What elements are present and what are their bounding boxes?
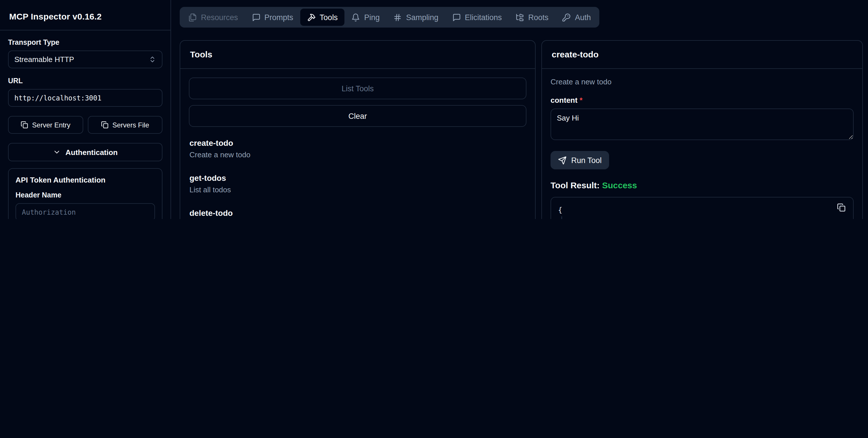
message-square-icon [452,13,461,22]
authentication-toggle[interactable]: Authentication [8,143,162,161]
tool-name: delete-todo [189,208,526,218]
tab-resources[interactable]: Resources [181,9,245,26]
tab-elicitations[interactable]: Elicitations [445,9,508,26]
servers-file-label: Servers File [112,121,149,129]
copy-buttons-row: Server Entry Servers File [8,116,162,134]
tab-label: Prompts [265,13,293,22]
chevron-down-icon [53,148,61,156]
app-title: MCP Inspector v0.16.2 [9,11,161,21]
tab-tools[interactable]: Tools [300,9,345,26]
copy-icon [101,121,108,129]
url-label: URL [8,77,162,85]
message-square-icon [252,13,260,22]
hammer-icon [307,13,316,22]
url-input[interactable] [8,89,162,107]
json-open-brace: { [558,204,846,216]
json-key: error: [570,218,596,219]
tab-roots[interactable]: Roots [508,9,555,26]
tab-ping[interactable]: Ping [345,9,386,26]
run-tool-button[interactable]: Run Tool [551,151,609,169]
tools-panel-title: Tools [180,41,535,69]
tool-list-item-get-todos[interactable]: get-todos List all todos [189,170,526,197]
servers-file-button[interactable]: Servers File [88,116,162,134]
tab-label: Elicitations [465,13,502,22]
sidebar-body: Transport Type Streamable HTTP URL Serve… [0,30,170,219]
folder-tree-icon [516,13,524,22]
server-entry-label: Server Entry [32,121,70,129]
header-name-label: Header Name [16,191,155,199]
tool-detail-panel: create-todo Create a new todo content * … [541,40,863,219]
json-string-value: "Not implemented" [601,218,674,219]
content-field-label: content * [551,96,854,104]
tool-detail-body: Create a new todo content * Say Hi Run T… [542,69,862,219]
content-textarea[interactable]: Say Hi [551,108,854,140]
tool-detail-description: Create a new todo [551,77,854,86]
tool-detail-title: create-todo [542,41,862,69]
tool-result-label: Tool Result: [551,180,600,190]
server-entry-button[interactable]: Server Entry [8,116,83,134]
copy-icon [837,203,846,212]
sidebar-header: MCP Inspector v0.16.2 [0,0,170,30]
mcp-inspector-window: MCP Inspector v0.16.2 Transport Type Str… [0,0,868,219]
api-token-card: API Token Authentication Header Name Bea… [8,168,162,219]
send-icon [558,156,567,164]
tab-label: Tools [320,13,338,22]
tool-list-item-create-todo[interactable]: create-todo Create a new todo [189,135,526,162]
tool-result-line: Tool Result: Success [551,180,854,190]
tab-label: Ping [364,13,380,22]
sidebar: MCP Inspector v0.16.2 Transport Type Str… [0,0,171,219]
json-result-viewer: { error: "Not implemented" } [551,197,854,219]
hash-icon [394,13,402,22]
authentication-label: Authentication [65,148,118,156]
header-name-input[interactable] [16,203,155,219]
tool-name: get-todos [189,174,526,183]
clear-button[interactable]: Clear [189,105,526,127]
tool-description: List all todos [189,185,526,194]
files-icon [188,13,197,22]
tab-bar: Resources Prompts Tools Ping [180,7,599,28]
json-error-line: error: "Not implemented" [561,216,846,219]
transport-type-label: Transport Type [8,38,162,46]
tab-sampling[interactable]: Sampling [386,9,445,26]
tab-label: Auth [575,13,591,22]
content-label-text: content [551,96,578,104]
tool-description: Create a new todo [189,150,526,159]
copy-json-button[interactable] [837,203,846,212]
tool-result-status: Success [602,180,637,190]
list-tools-button[interactable]: List Tools [189,77,526,99]
copy-icon [21,121,28,129]
top-panels: Tools List Tools Clear create-todo Creat… [180,40,863,219]
tool-list-item-delete-todo[interactable]: delete-todo Delete a todo by id [189,206,526,219]
tools-panel-body: List Tools Clear create-todo Create a ne… [180,69,535,219]
tab-auth[interactable]: Auth [555,9,598,26]
required-asterisk: * [580,96,582,104]
tool-name: create-todo [189,138,526,148]
main-area: Resources Prompts Tools Ping [171,0,868,219]
tab-label: Sampling [406,13,439,22]
api-token-title: API Token Authentication [16,176,155,184]
run-tool-label: Run Tool [571,156,601,164]
tab-label: Roots [528,13,549,22]
tab-prompts[interactable]: Prompts [245,9,300,26]
key-icon [562,13,571,22]
chevrons-up-down-icon [149,56,156,63]
transport-type-value: Streamable HTTP [14,55,74,64]
tab-label: Resources [201,13,238,22]
bell-icon [352,13,360,22]
tools-panel: Tools List Tools Clear create-todo Creat… [180,40,536,219]
transport-type-select[interactable]: Streamable HTTP [8,51,162,68]
